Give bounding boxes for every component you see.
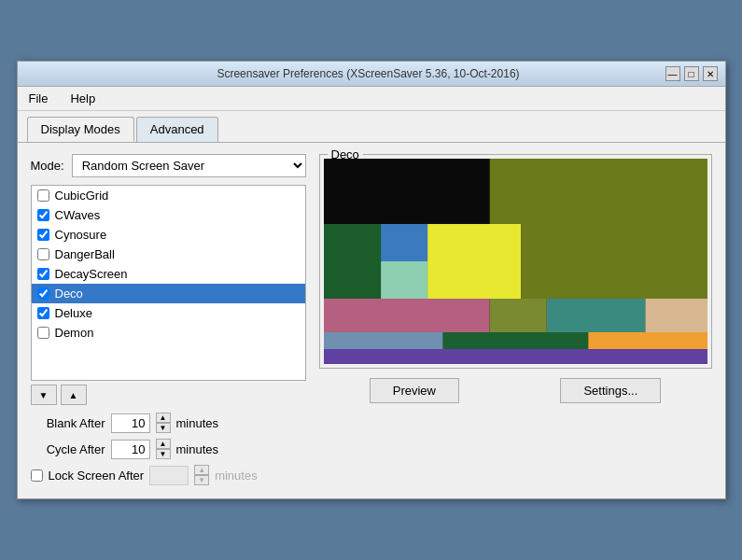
svg-rect-6 — [521, 224, 707, 299]
window-title: Screensaver Preferences (XScreenSaver 5.… — [72, 67, 665, 80]
blank-after-unit: minutes — [176, 416, 219, 430]
menu-help[interactable]: Help — [66, 90, 99, 107]
menu-file[interactable]: File — [25, 90, 52, 107]
svg-rect-14 — [324, 349, 707, 364]
svg-rect-0 — [324, 159, 490, 224]
tab-content: Mode: Random Screen Saver CubicGrid CWav… — [18, 142, 725, 498]
list-item[interactable]: CWaves — [32, 205, 305, 225]
preview-button[interactable]: Preview — [370, 378, 459, 403]
item-checkbox-dangerball[interactable] — [37, 248, 49, 260]
move-up-button[interactable]: ▲ — [61, 385, 87, 405]
item-label-cynosure: Cynosure — [55, 228, 107, 242]
lock-unit: minutes — [215, 469, 258, 483]
cycle-after-unit: minutes — [176, 442, 219, 456]
tab-display-modes[interactable]: Display Modes — [27, 117, 134, 142]
lock-input — [149, 466, 189, 485]
item-checkbox-cubicgrid[interactable] — [37, 189, 49, 202]
blank-after-down[interactable]: ▼ — [156, 423, 171, 433]
list-item[interactable]: DangerBall — [32, 245, 305, 264]
list-item[interactable]: Cynosure — [32, 225, 305, 245]
blank-after-input[interactable]: 10 — [111, 413, 150, 433]
item-checkbox-deco[interactable] — [37, 287, 49, 300]
arrow-buttons: ▼ ▲ — [31, 385, 306, 405]
action-buttons: Preview Settings... — [319, 378, 712, 403]
item-checkbox-cwaves[interactable] — [37, 209, 49, 221]
svg-rect-11 — [324, 332, 443, 349]
item-label-dangerball: DangerBall — [55, 247, 115, 261]
left-panel: Mode: Random Screen Saver CubicGrid CWav… — [31, 154, 306, 485]
mode-select[interactable]: Random Screen Saver — [72, 154, 306, 177]
item-checkbox-cynosure[interactable] — [37, 229, 49, 241]
svg-rect-12 — [442, 332, 588, 349]
svg-rect-4 — [381, 261, 427, 299]
cycle-after-input[interactable]: 10 — [111, 440, 150, 459]
titlebar: Screensaver Preferences (XScreenSaver 5.… — [18, 62, 725, 87]
list-item[interactable]: Demon — [32, 323, 305, 343]
maximize-button[interactable]: □ — [684, 66, 699, 81]
mode-row: Mode: Random Screen Saver — [31, 154, 306, 177]
screensaver-list[interactable]: CubicGrid CWaves Cynosure DangerBall — [31, 185, 306, 381]
lock-down: ▼ — [194, 475, 209, 485]
cycle-after-label: Cycle After — [31, 442, 105, 456]
item-label-cwaves: CWaves — [55, 208, 101, 222]
item-checkbox-demon[interactable] — [37, 327, 49, 339]
blank-after-row: Blank After 10 ▲ ▼ minutes — [31, 413, 306, 433]
list-item[interactable]: CubicGrid — [32, 186, 305, 205]
main-window: Screensaver Preferences (XScreenSaver 5.… — [17, 61, 726, 499]
svg-rect-13 — [588, 332, 707, 349]
item-checkbox-decayscreen[interactable] — [37, 268, 49, 280]
deco-svg — [324, 159, 707, 364]
item-label-demon: Demon — [55, 326, 94, 340]
lock-spinner: ▲ ▼ — [194, 465, 209, 485]
svg-rect-3 — [381, 224, 427, 261]
cycle-after-row: Cycle After 10 ▲ ▼ minutes — [31, 439, 306, 459]
mode-label: Mode: — [31, 159, 64, 173]
settings-button[interactable]: Settings... — [560, 378, 661, 403]
svg-rect-9 — [546, 299, 645, 332]
svg-rect-2 — [324, 224, 381, 299]
preview-group: Deco — [319, 154, 712, 369]
blank-after-spinner: ▲ ▼ — [156, 413, 171, 433]
blank-after-label: Blank After — [31, 416, 105, 430]
cycle-after-down[interactable]: ▼ — [156, 449, 171, 459]
cycle-after-up[interactable]: ▲ — [156, 439, 171, 449]
item-label-cubicgrid: CubicGrid — [55, 189, 109, 203]
right-panel: Deco — [319, 154, 712, 485]
list-item[interactable]: Deluxe — [32, 303, 305, 323]
list-item[interactable]: DecayScreen — [32, 264, 305, 284]
content-area: Mode: Random Screen Saver CubicGrid CWav… — [31, 154, 712, 485]
move-down-button[interactable]: ▼ — [31, 385, 57, 405]
svg-rect-1 — [489, 159, 707, 224]
item-checkbox-deluxe[interactable] — [37, 307, 49, 319]
svg-rect-7 — [324, 299, 490, 332]
tab-advanced[interactable]: Advanced — [136, 117, 218, 142]
item-label-decayscreen: DecayScreen — [55, 267, 128, 281]
cycle-after-spinner: ▲ ▼ — [156, 439, 171, 459]
item-label-deco: Deco — [55, 287, 83, 301]
svg-rect-5 — [427, 224, 521, 299]
item-label-deluxe: Deluxe — [55, 306, 92, 320]
svg-rect-10 — [645, 299, 707, 332]
close-button[interactable]: ✕ — [703, 66, 718, 81]
list-item-selected[interactable]: Deco — [32, 284, 305, 303]
lock-checkbox[interactable] — [31, 469, 43, 482]
svg-rect-8 — [489, 299, 546, 332]
lock-label: Lock Screen After — [49, 469, 145, 483]
window-controls: — □ ✕ — [665, 66, 718, 81]
preview-canvas — [324, 159, 707, 364]
lock-row: Lock Screen After ▲ ▼ minutes — [31, 465, 306, 485]
minimize-button[interactable]: — — [665, 66, 680, 81]
menubar: File Help — [18, 87, 725, 111]
blank-after-up[interactable]: ▲ — [156, 413, 171, 423]
tab-bar: Display Modes Advanced — [18, 111, 725, 142]
lock-up: ▲ — [194, 465, 209, 475]
